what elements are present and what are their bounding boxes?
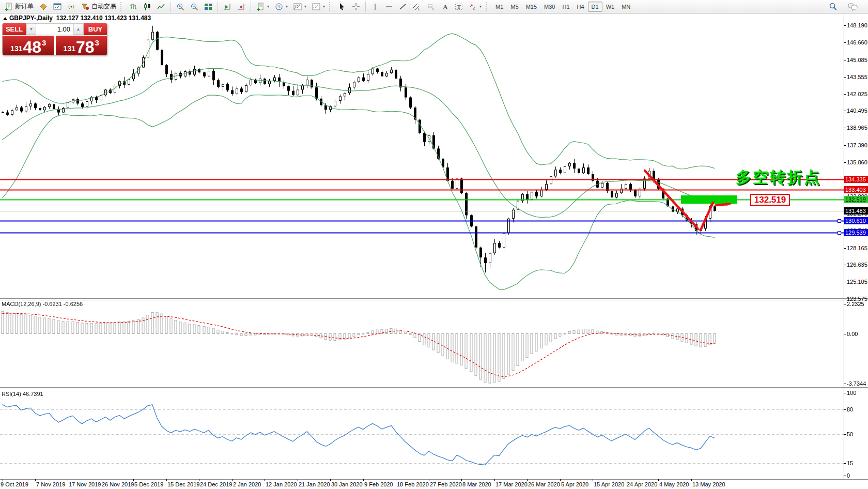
periods-dropdown[interactable]: ▾ [272, 1, 290, 13]
chart-shift-button[interactable] [235, 1, 248, 13]
level-price-label[interactable]: 133.403 [844, 186, 868, 193]
timeframe-button-M15[interactable]: M15 [522, 2, 540, 12]
date-label[interactable]: 15 Apr 2020 [594, 481, 624, 487]
cursor-button[interactable] [335, 1, 349, 13]
svg-text:T: T [457, 4, 461, 10]
date-axis-tick [232, 479, 233, 481]
level-price-label[interactable]: 130.610 [844, 217, 868, 224]
timeframe-button-H4[interactable]: H4 [574, 2, 588, 12]
new-order-button[interactable]: 新订单 [2, 1, 36, 13]
date-label[interactable]: 5 Dec 2019 [134, 481, 163, 487]
line-handle[interactable] [838, 231, 841, 235]
trendline-button[interactable] [396, 1, 410, 13]
date-axis-tick [166, 479, 167, 481]
date-label[interactable]: 9 Feb 2020 [364, 481, 393, 487]
chat-button[interactable] [845, 1, 861, 13]
date-label[interactable]: 26 Nov 2019 [102, 481, 134, 487]
date-label[interactable]: 9 Oct 2019 [1, 481, 28, 487]
market-watch-button[interactable] [51, 1, 64, 13]
level-price-label[interactable]: 129.539 [844, 229, 868, 236]
date-axis-tick [396, 479, 396, 481]
horizontal-line-button[interactable] [382, 1, 396, 13]
timeframe-button-M1[interactable]: M1 [492, 2, 507, 12]
date-label[interactable]: 21 Jan 2020 [299, 481, 330, 487]
bar-chart-button[interactable] [127, 1, 140, 13]
timeframe-button-MN[interactable]: MN [618, 2, 634, 12]
pane-divider[interactable] [0, 298, 868, 299]
timeframe-button-M5[interactable]: M5 [507, 2, 522, 12]
turning-point-annotation[interactable]: 多空转折点 [736, 167, 821, 188]
date-label[interactable]: 30 Jan 2020 [331, 481, 363, 487]
date-label[interactable]: 18 Feb 2020 [397, 481, 429, 487]
date-axis-tick [265, 479, 265, 481]
candlestick-chart-icon [143, 3, 151, 11]
price-callout-label[interactable]: 132.519 [750, 194, 790, 206]
zoom-out-button[interactable] [188, 1, 201, 13]
new-chart-dropdown[interactable]: ▾ [254, 1, 272, 13]
fibonacci-button[interactable]: F [424, 1, 438, 13]
tile-windows-button[interactable] [202, 1, 215, 13]
pane-divider[interactable] [0, 387, 868, 388]
date-label[interactable]: 17 Nov 2019 [69, 481, 101, 487]
arrows-dropdown[interactable]: ▾ [466, 1, 484, 13]
price-axis-tick [844, 248, 846, 249]
timeframe-button-W1[interactable]: W1 [602, 2, 618, 12]
level-price-label[interactable]: 132.519 [844, 196, 868, 203]
line-chart-icon [157, 3, 165, 11]
macd-pane-canvas[interactable] [0, 300, 844, 388]
date-label[interactable]: 27 Feb 2020 [430, 481, 462, 487]
timeframe-button-D1[interactable]: D1 [588, 2, 602, 12]
date-label[interactable]: 24 Dec 2019 [200, 481, 232, 487]
price-tick-label: 142.025 [847, 91, 867, 97]
text-label-button[interactable]: T [452, 1, 466, 13]
line-handle[interactable] [838, 219, 841, 223]
text-label-icon: T [455, 3, 463, 11]
signals-button[interactable] [65, 1, 78, 13]
text-button[interactable]: A [438, 1, 452, 13]
pane-divider[interactable] [0, 389, 868, 389]
current-price-label[interactable]: 131.483 [844, 207, 868, 215]
search-button[interactable] [826, 1, 840, 13]
toolbar-separator [365, 2, 366, 12]
date-label[interactable]: 26 Mar 2020 [528, 481, 560, 487]
timeframe-button-M30[interactable]: M30 [540, 2, 559, 12]
level-price-label[interactable]: 134.335 [844, 176, 868, 183]
date-label[interactable]: 7 Nov 2019 [36, 481, 65, 487]
indicators-dropdown[interactable]: ▾ [291, 1, 309, 13]
date-label[interactable]: 2 Jan 2020 [233, 481, 261, 487]
zoom-in-button[interactable] [174, 1, 187, 13]
date-label[interactable]: 5 Apr 2020 [561, 481, 588, 487]
date-label[interactable]: 13 May 2020 [692, 481, 725, 487]
rsi-tick-label: 0 [847, 472, 850, 479]
toolbar-grip [486, 2, 489, 11]
auto-trading-button[interactable]: 自动交易 [79, 1, 119, 13]
date-label[interactable]: 8 Mar 2020 [462, 481, 491, 487]
crosshair-button[interactable] [349, 1, 363, 13]
price-axis-tick [844, 299, 846, 299]
candlestick-chart-button[interactable] [141, 1, 154, 13]
date-label[interactable]: 17 Mar 2020 [495, 481, 528, 487]
rsi-axis-tick [844, 434, 846, 435]
price-tick-label: 125.105 [847, 279, 867, 285]
toolbar-grip [329, 2, 333, 11]
toolbar: 新订单 自动交易 ▾ ▾ ▾ ▾ [0, 0, 868, 13]
pane-divider[interactable] [0, 300, 868, 300]
vertical-line-button[interactable] [368, 1, 382, 13]
chevron-down-icon: ▾ [267, 4, 269, 9]
date-label[interactable]: 15 Dec 2019 [167, 481, 199, 487]
line-chart-button[interactable] [154, 1, 168, 13]
date-label[interactable]: 24 Apr 2020 [627, 481, 657, 487]
main-chart-canvas[interactable] [0, 13, 844, 298]
templates-dropdown[interactable]: ▾ [309, 1, 328, 13]
chevron-down-icon: ▾ [286, 4, 288, 9]
auto-scroll-button[interactable] [221, 1, 234, 13]
date-label[interactable]: 4 May 2020 [659, 481, 689, 487]
equidistant-channel-button[interactable]: E [410, 1, 424, 13]
editor-button[interactable] [37, 1, 50, 13]
arrows-icon [469, 3, 477, 11]
date-label[interactable]: 12 Jan 2020 [266, 481, 297, 487]
toolbar-separator [171, 2, 171, 12]
rsi-pane-canvas[interactable] [0, 389, 844, 479]
equidistant-channel-icon: E [413, 3, 421, 11]
timeframe-button-H1[interactable]: H1 [559, 2, 573, 12]
